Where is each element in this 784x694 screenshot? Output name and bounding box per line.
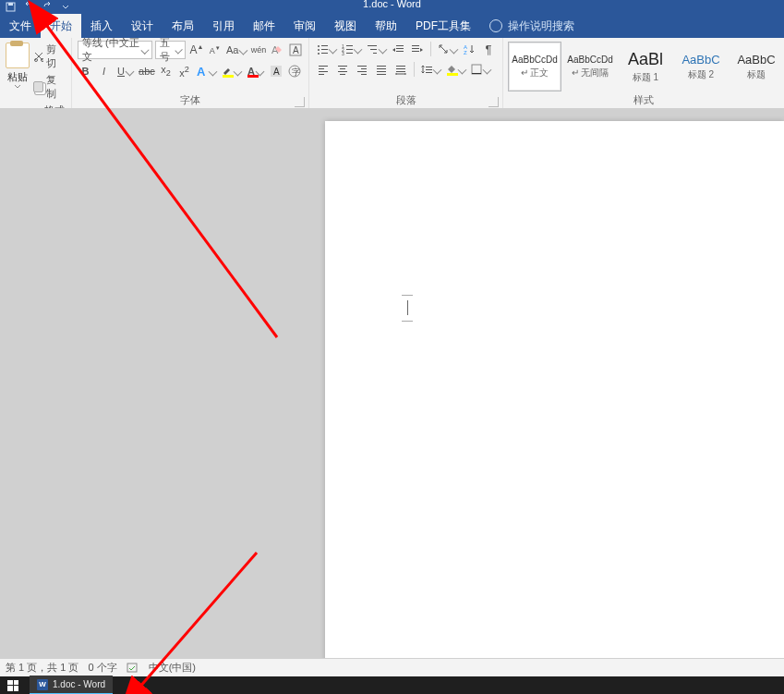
tab-view[interactable]: 视图 [325, 14, 366, 38]
save-button[interactable] [4, 1, 17, 14]
text-cursor [407, 300, 408, 315]
change-case-button[interactable]: Aa [225, 42, 247, 58]
tab-insert[interactable]: 插入 [81, 14, 122, 38]
customize-qat-button[interactable] [59, 1, 72, 14]
svg-rect-30 [396, 48, 404, 49]
taskbar-item-word[interactable]: W 1.doc - Word [30, 676, 113, 694]
text-direction-button[interactable] [436, 41, 458, 57]
font-size-combo[interactable]: 五号 [155, 41, 187, 59]
align-justify-button[interactable] [373, 61, 390, 78]
svg-rect-59 [472, 65, 481, 74]
font-size-value: 五号 [160, 36, 175, 64]
tab-file[interactable]: 文件 [0, 14, 41, 38]
tell-me-search[interactable]: 操作说明搜索 [489, 14, 574, 38]
subscript-button[interactable]: x2 [158, 63, 174, 79]
document-page[interactable] [325, 121, 784, 659]
document-workspace[interactable] [0, 108, 784, 659]
status-page[interactable]: 第 1 页，共 1 页 [6, 661, 78, 675]
font-color-button[interactable]: A [245, 63, 266, 79]
show-marks-button[interactable]: ¶ [480, 41, 497, 57]
svg-rect-56 [426, 67, 432, 67]
align-left-button[interactable] [315, 61, 332, 78]
chevron-down-icon [458, 65, 467, 74]
grow-font-button[interactable]: A▲ [188, 42, 204, 58]
style-4[interactable]: AaBbC标题 [730, 42, 783, 91]
status-proofing-icon[interactable] [127, 663, 139, 674]
chevron-down-icon [433, 65, 442, 74]
style-name-label: ↵ 正文 [521, 67, 549, 79]
highlight-button[interactable] [220, 63, 242, 79]
underline-button[interactable]: U [115, 63, 136, 79]
align-dist-icon [394, 63, 407, 76]
shrink-font-button[interactable]: A▼ [207, 42, 223, 58]
numbering-button[interactable]: 123 [340, 41, 362, 57]
bold-button[interactable]: B [78, 63, 93, 79]
redo-icon [42, 2, 53, 12]
copy-icon [33, 81, 43, 92]
text-effects-button[interactable]: A [195, 63, 217, 79]
ribbon: 粘贴 剪切 复制 格式刷 剪贴板 [0, 38, 784, 109]
undo-button[interactable] [22, 1, 35, 14]
style-preview: AaBbCcDd [567, 55, 612, 65]
paste-label: 粘贴 [7, 70, 28, 84]
strike-button[interactable]: abc [139, 63, 155, 79]
style-2[interactable]: AaBl标题 1 [619, 42, 672, 91]
svg-rect-29 [396, 45, 404, 46]
borders-icon [470, 63, 482, 76]
svg-rect-52 [377, 74, 386, 75]
sort-button[interactable]: AZ [461, 41, 477, 57]
align-center-button[interactable] [334, 61, 351, 78]
copy-button[interactable]: 复制 [33, 73, 66, 101]
char-border-button[interactable]: A [287, 42, 303, 58]
char-shading-icon: A [270, 65, 283, 78]
tab-review[interactable]: 审阅 [284, 14, 325, 38]
tab-home[interactable]: 开始 [41, 14, 81, 38]
cut-button[interactable]: 剪切 [33, 43, 66, 70]
style-3[interactable]: AaBbC标题 2 [674, 42, 728, 91]
borders-button[interactable] [469, 61, 491, 78]
char-shading-button[interactable]: A [269, 63, 284, 79]
chevron-down-icon [126, 67, 135, 76]
svg-rect-47 [357, 71, 367, 72]
dialog-launcher-paragraph[interactable] [488, 97, 499, 107]
align-right-icon [356, 63, 368, 76]
increase-indent-button[interactable] [409, 41, 426, 57]
svg-rect-32 [412, 45, 419, 46]
status-words[interactable]: 0 个字 [88, 661, 116, 675]
dialog-launcher-font[interactable] [295, 97, 305, 107]
copy-label: 复制 [46, 73, 66, 101]
tab-pdf[interactable]: PDF工具集 [406, 14, 480, 38]
styles-gallery[interactable]: AaBbCcDd↵ 正文AaBbCcDd↵ 无间隔AaBl标题 1AaBbC标题… [507, 40, 784, 93]
align-right-button[interactable] [354, 61, 370, 78]
tab-design[interactable]: 设计 [122, 14, 163, 38]
align-distributed-button[interactable] [392, 61, 409, 78]
svg-rect-21 [346, 45, 353, 46]
superscript-button[interactable]: x2 [176, 63, 192, 79]
line-spacing-button[interactable] [419, 61, 441, 78]
shading-button[interactable] [444, 61, 466, 78]
tab-layout[interactable]: 布局 [163, 14, 203, 38]
decrease-indent-button[interactable] [390, 41, 406, 57]
style-preview: AaBbC [681, 53, 719, 67]
bullets-button[interactable] [315, 41, 337, 57]
tab-references[interactable]: 引用 [203, 14, 244, 38]
style-0[interactable]: AaBbCcDd↵ 正文 [508, 42, 561, 91]
style-preview: AaBbCcDd [512, 55, 557, 65]
svg-rect-61 [127, 664, 137, 672]
tab-help[interactable]: 帮助 [366, 14, 406, 38]
tab-mailings[interactable]: 邮件 [244, 14, 284, 38]
enclose-char-button[interactable]: 字 [287, 63, 303, 79]
svg-rect-60 [472, 73, 481, 74]
quick-access-toolbar [4, 0, 72, 14]
status-language[interactable]: 中文(中国) [149, 661, 196, 675]
group-styles: AaBbCcDd↵ 正文AaBbCcDd↵ 无间隔AaBl标题 1AaBbC标题… [503, 38, 784, 108]
style-1[interactable]: AaBbCcDd↵ 无间隔 [563, 42, 617, 91]
start-button[interactable] [0, 676, 26, 694]
clear-format-button[interactable]: A [270, 42, 285, 58]
italic-button[interactable]: I [96, 63, 112, 79]
font-name-combo[interactable]: 等线 (中文正文 [78, 41, 152, 59]
redo-button[interactable] [41, 1, 54, 14]
phonetic-guide-button[interactable]: wén [250, 42, 267, 58]
style-name-label: 标题 [747, 68, 766, 81]
multilevel-button[interactable] [365, 41, 387, 57]
